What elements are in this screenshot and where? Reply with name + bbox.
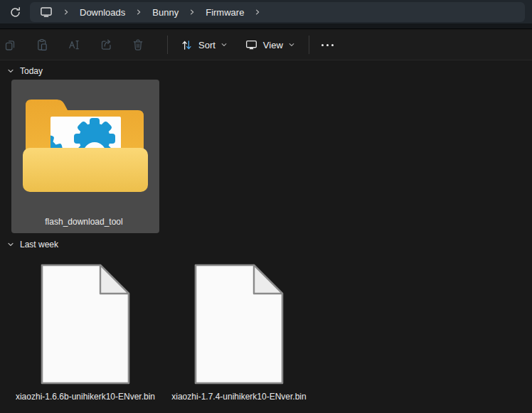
group-label: Last week xyxy=(20,240,58,250)
item-label: flash_download_tool xyxy=(11,217,156,227)
ellipsis-icon xyxy=(331,44,334,46)
chevron-right-icon[interactable] xyxy=(183,9,201,16)
sort-icon xyxy=(180,38,193,52)
paste-button[interactable] xyxy=(32,33,52,57)
folder-item-flash-download-tool[interactable]: flash_download_tool xyxy=(11,80,159,233)
trash-icon xyxy=(131,38,145,52)
ellipsis-icon xyxy=(326,44,329,46)
sort-label: Sort xyxy=(198,40,216,50)
chevron-down-icon xyxy=(6,67,15,75)
toolbar-divider xyxy=(309,36,309,54)
view-icon xyxy=(245,38,258,52)
rename-button[interactable] xyxy=(64,33,84,57)
chevron-down-icon xyxy=(220,41,228,48)
toolbar-divider xyxy=(167,36,168,54)
breadcrumb-downloads[interactable]: Downloads xyxy=(75,7,129,18)
this-pc-icon[interactable] xyxy=(37,6,57,18)
file-explorer-window: { "address_bar": { "crumbs": ["Downloads… xyxy=(0,0,532,413)
view-label: View xyxy=(263,40,283,50)
sort-button[interactable]: Sort xyxy=(174,33,234,57)
address-band: Downloads Bunny Firmware xyxy=(0,0,532,23)
copy-icon xyxy=(3,38,17,52)
command-toolbar: Sort View xyxy=(0,30,532,60)
group-header-today[interactable]: Today xyxy=(0,65,43,77)
group-header-last-week[interactable]: Last week xyxy=(0,238,58,251)
refresh-icon xyxy=(9,6,21,18)
share-button[interactable] xyxy=(96,33,116,57)
see-more-button[interactable] xyxy=(315,33,341,57)
item-label: xiaozhi-1.6.6b-unihikerk10-ENver.bin xyxy=(16,392,155,402)
item-label: xiaozhi-1.7.4-unihikerk10-ENver.bin xyxy=(171,392,306,402)
breadcrumb-bunny[interactable]: Bunny xyxy=(148,7,183,18)
ellipsis-icon xyxy=(321,44,324,46)
band-separator xyxy=(0,23,532,29)
paste-icon xyxy=(35,38,49,52)
blank-file-icon xyxy=(40,263,131,385)
refresh-button[interactable] xyxy=(6,3,24,21)
chevron-down-icon xyxy=(288,41,295,48)
breadcrumb-firmware[interactable]: Firmware xyxy=(201,7,248,18)
rename-icon xyxy=(67,38,81,52)
share-icon xyxy=(99,38,113,52)
file-item-xiaozhi-166b[interactable]: xiaozhi-1.6.6b-unihikerk10-ENver.bin xyxy=(11,252,159,407)
delete-button[interactable] xyxy=(128,33,148,57)
group-label: Today xyxy=(20,66,43,76)
folder-with-gear-icon xyxy=(21,98,149,193)
chevron-right-icon[interactable] xyxy=(57,9,75,16)
blank-file-icon xyxy=(193,263,284,385)
copy-button[interactable] xyxy=(0,33,20,57)
breadcrumb-bar[interactable]: Downloads Bunny Firmware xyxy=(30,2,525,22)
view-button[interactable]: View xyxy=(238,33,302,57)
file-item-xiaozhi-174[interactable]: xiaozhi-1.7.4-unihikerk10-ENver.bin xyxy=(165,252,313,407)
chevron-right-icon[interactable] xyxy=(129,9,148,16)
chevron-down-icon xyxy=(6,240,15,249)
chevron-right-icon[interactable] xyxy=(248,9,267,16)
